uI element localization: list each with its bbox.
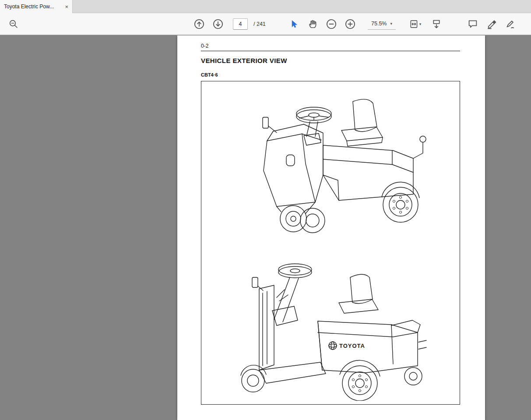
minus-circle-icon [326, 19, 337, 29]
circle-arrow-up-icon [194, 19, 204, 29]
page-scrolling-button[interactable] [429, 17, 444, 32]
plus-circle-icon [345, 19, 355, 29]
pdf-page: 0-2 VEHICLE EXTERIOR VIEW CBT4·6 [177, 35, 485, 420]
pdf-toolbar: / 241 [0, 13, 531, 35]
page-total-label: / 241 [252, 21, 271, 27]
toyota-logo-text: TOYOTA [339, 343, 365, 349]
circle-arrow-down-icon [213, 19, 223, 29]
sign-pen-icon [505, 19, 516, 29]
scrolling-page-icon [431, 19, 442, 29]
tow-tractor-rear-view-drawing [207, 89, 454, 246]
tab-bar: Toyota Electric Pow... × [0, 0, 531, 13]
zoom-level-dropdown[interactable]: 75.5% ▾ [368, 18, 396, 30]
close-tab-icon[interactable]: × [65, 4, 68, 10]
zoom-in-button[interactable] [343, 17, 358, 32]
tow-tractor-front-view-drawing: TOYOTA [207, 256, 454, 401]
select-tool-button[interactable] [286, 17, 301, 32]
model-label: CBT4·6 [201, 72, 218, 77]
zoom-out-button[interactable] [324, 17, 339, 32]
hand-icon [308, 19, 317, 29]
page-fit-dropdown[interactable]: ▾ [405, 17, 425, 32]
fill-sign-button[interactable] [503, 17, 518, 32]
magnifier-minus-icon [8, 19, 19, 29]
zoom-level-value: 75.5% [371, 21, 387, 27]
chevron-down-icon: ▾ [390, 21, 392, 26]
highlight-button[interactable] [484, 17, 499, 32]
next-page-button[interactable] [211, 17, 225, 32]
page-corner-label: 0-2 [201, 43, 208, 49]
section-heading: VEHICLE EXTERIOR VIEW [201, 57, 287, 64]
tab-title: Toyota Electric Pow... [4, 4, 62, 10]
hand-tool-button[interactable] [305, 17, 320, 32]
comment-bubble-icon [468, 19, 478, 29]
cursor-arrow-icon [289, 19, 299, 29]
header-rule [201, 51, 460, 51]
page-number-input[interactable] [233, 18, 248, 30]
document-tab[interactable]: Toyota Electric Pow... × [0, 0, 73, 13]
previous-page-button[interactable] [192, 17, 207, 32]
marquee-zoom-button[interactable] [6, 17, 21, 32]
comment-button[interactable] [465, 17, 480, 32]
fit-width-icon [409, 19, 419, 29]
document-viewer[interactable]: 0-2 VEHICLE EXTERIOR VIEW CBT4·6 [0, 35, 531, 420]
chevron-down-icon: ▾ [419, 22, 422, 26]
highlighter-icon [486, 19, 497, 29]
figure-frame: TOYOTA [201, 81, 460, 405]
